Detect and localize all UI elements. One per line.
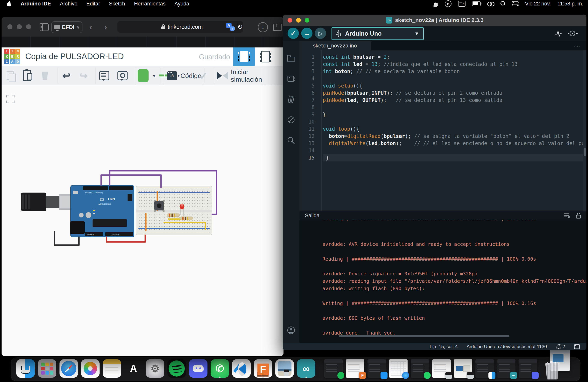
minimized-window-grid[interactable] xyxy=(475,359,494,378)
menu-sketch[interactable]: Sketch xyxy=(109,1,125,7)
code-editor[interactable]: 123456789101112131415 const int bpulsar … xyxy=(299,50,587,211)
resistor-1[interactable] xyxy=(167,213,180,217)
toggle-panel-icon[interactable] xyxy=(574,344,580,349)
menubar-app-name[interactable]: Arduino IDE xyxy=(21,1,51,7)
menu-editar[interactable]: Editar xyxy=(86,1,100,7)
translate-icon[interactable]: Ax xyxy=(226,23,235,31)
forward-button[interactable]: › xyxy=(104,22,107,32)
editor-scrollbar[interactable] xyxy=(583,50,587,211)
clear-output-icon[interactable] xyxy=(564,212,570,219)
tinkercad-logo[interactable]: TINKERCAD xyxy=(4,49,21,64)
minimize-button[interactable] xyxy=(17,24,22,29)
serial-monitor-icon[interactable] xyxy=(567,29,578,38)
color-picker[interactable]: ▾ xyxy=(135,67,161,84)
reload-icon[interactable]: ↻ xyxy=(237,23,243,31)
minimized-window-vscode[interactable] xyxy=(368,359,386,378)
dock-photos[interactable] xyxy=(81,359,100,378)
debug-button[interactable]: ▷ xyxy=(315,28,326,39)
dock-spotify[interactable] xyxy=(168,359,186,378)
minimized-window-arduino[interactable]: ∞ xyxy=(497,359,515,378)
close-button[interactable] xyxy=(288,18,292,22)
dock-launchpad[interactable] xyxy=(38,359,56,378)
minimized-window-safari[interactable] xyxy=(389,359,408,378)
dock-discord[interactable] xyxy=(189,359,208,378)
minimized-window-tinkercad[interactable] xyxy=(454,359,472,378)
control-center-icon[interactable] xyxy=(512,1,518,6)
dock-fusion[interactable]: FFUS xyxy=(254,359,272,378)
view-pin-icon[interactable] xyxy=(117,66,127,85)
dock-notes[interactable] xyxy=(103,359,121,378)
debug-panel-icon[interactable] xyxy=(286,115,296,125)
spotlight-icon[interactable] xyxy=(501,1,505,6)
trash-icon[interactable] xyxy=(542,359,562,380)
code-line-12[interactable]: boton=digitalRead(bpulsar); // se asigna… xyxy=(323,133,583,140)
project-title[interactable]: Copia de PULSADOR-LED xyxy=(25,52,124,61)
code-line-11[interactable]: void loop(){ xyxy=(323,126,583,133)
sketchbook-icon[interactable] xyxy=(286,53,296,63)
breadboard[interactable] xyxy=(136,186,212,235)
upload-button[interactable]: → xyxy=(301,28,313,39)
notifications[interactable]: 2 xyxy=(556,344,565,349)
code-line-6[interactable]: pinMode(bpulsar,INPUT); // se declara el… xyxy=(323,89,583,97)
code-line-9[interactable]: } xyxy=(323,111,583,118)
boards-manager-icon[interactable] xyxy=(286,74,296,84)
menu-archivo[interactable]: Archivo xyxy=(60,1,77,7)
account-icon[interactable] xyxy=(286,325,296,335)
battery-icon[interactable] xyxy=(472,1,481,6)
minimized-window-document[interactable] xyxy=(432,359,451,378)
code-line-13[interactable]: digitalWrite(led,boton); // // el led se… xyxy=(323,140,583,147)
zoom-button[interactable] xyxy=(305,18,309,22)
code-line-2[interactable]: const int led = 13; //indica que el led … xyxy=(323,61,583,68)
notes-icon[interactable] xyxy=(99,66,109,85)
code-line-8[interactable] xyxy=(323,104,583,111)
pushbutton[interactable] xyxy=(154,200,165,212)
board-selector[interactable]: Arduino Uno ▼ xyxy=(332,27,424,40)
copy-icon[interactable] xyxy=(5,66,15,85)
minimized-window-fusion[interactable]: F xyxy=(346,359,364,378)
arduino-uno-board[interactable]: DIGITAL (PWM~) ∞ UNO ARDUINO POWER ANALO… xyxy=(70,185,134,237)
verify-button[interactable]: ✓ xyxy=(288,28,299,39)
code-content[interactable]: const int bpulsar = 2;const int led = 13… xyxy=(323,53,583,161)
library-manager-icon[interactable] xyxy=(286,94,296,104)
undo-icon[interactable]: ↩ xyxy=(62,66,71,85)
ide-titlebar[interactable]: ∞ sketch_nov22a | Arduino IDE 2.3.3 xyxy=(283,15,587,26)
apple-menu-icon[interactable] xyxy=(7,1,12,6)
code-line-5[interactable]: void setup(){ xyxy=(323,82,583,89)
hotspot-icon[interactable] xyxy=(487,1,494,6)
back-button[interactable]: ‹ xyxy=(89,22,92,32)
code-line-7[interactable]: pinMode(led, OUTPUT); // se declara el p… xyxy=(323,97,583,104)
menubar-date[interactable]: Vie 22 nov. xyxy=(525,1,551,7)
dock-vscode[interactable] xyxy=(232,359,251,378)
dock-app-store[interactable]: A xyxy=(124,359,143,378)
redo-icon[interactable]: ↪ xyxy=(79,66,88,85)
share-icon[interactable] xyxy=(273,22,280,31)
dock-arduino-ide[interactable]: ∞ xyxy=(297,359,315,378)
profile-switcher[interactable]: EFDI ∨ xyxy=(51,21,83,33)
code-line-10[interactable] xyxy=(323,118,583,126)
breadboard-view-button[interactable] xyxy=(233,47,255,66)
more-options-icon[interactable]: ··· xyxy=(574,42,581,49)
resistor-2[interactable] xyxy=(180,217,193,220)
play-circle-icon[interactable]: ▶ xyxy=(445,0,452,7)
menu-ayuda[interactable]: Ayuda xyxy=(174,1,189,7)
autoscroll-lock-icon[interactable] xyxy=(576,212,581,219)
start-simulation-button[interactable]: Iniciar simulación xyxy=(213,67,275,84)
circuit-canvas[interactable]: DIGITAL (PWM~) ∞ UNO ARDUINO POWER ANALO… xyxy=(1,85,284,356)
zoom-button[interactable] xyxy=(26,24,31,29)
tab-sketch[interactable]: sketch_nov22a.ino xyxy=(299,41,371,50)
code-line-3[interactable]: int boton; // // se declara la variable … xyxy=(323,68,583,75)
users-icon[interactable] xyxy=(434,1,438,7)
address-bar[interactable]: tinkercad.com Ax ↻ xyxy=(117,21,243,33)
dock-settings[interactable]: ⚙ xyxy=(146,359,164,378)
downloads-icon[interactable]: ↓ xyxy=(258,22,268,32)
code-line-14[interactable] xyxy=(323,147,583,154)
dock-photo-viewer[interactable] xyxy=(275,359,294,378)
keyboard-icon[interactable] xyxy=(458,1,465,7)
window-controls[interactable] xyxy=(288,18,309,22)
menu-herramientas[interactable]: Herramientas xyxy=(134,1,166,7)
delete-icon[interactable] xyxy=(42,66,48,85)
close-button[interactable] xyxy=(7,24,12,29)
schematic-view-button[interactable] xyxy=(255,47,276,66)
minimized-window-spotify[interactable] xyxy=(324,359,343,378)
window-controls[interactable] xyxy=(7,24,31,29)
